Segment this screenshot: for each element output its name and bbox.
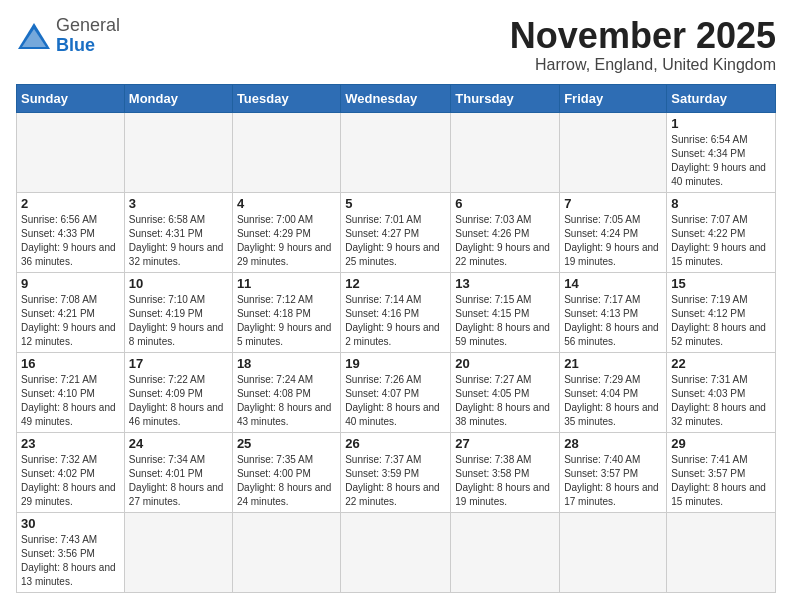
day-number: 23 bbox=[21, 436, 120, 451]
calendar-day-cell: 5Sunrise: 7:01 AM Sunset: 4:27 PM Daylig… bbox=[341, 192, 451, 272]
day-info: Sunrise: 7:32 AM Sunset: 4:02 PM Dayligh… bbox=[21, 453, 120, 509]
day-number: 24 bbox=[129, 436, 228, 451]
day-number: 20 bbox=[455, 356, 555, 371]
calendar-day-cell: 7Sunrise: 7:05 AM Sunset: 4:24 PM Daylig… bbox=[560, 192, 667, 272]
calendar-day-cell: 18Sunrise: 7:24 AM Sunset: 4:08 PM Dayli… bbox=[232, 352, 340, 432]
day-info: Sunrise: 7:43 AM Sunset: 3:56 PM Dayligh… bbox=[21, 533, 120, 589]
day-info: Sunrise: 7:35 AM Sunset: 4:00 PM Dayligh… bbox=[237, 453, 336, 509]
title-section: November 2025 Harrow, England, United Ki… bbox=[510, 16, 776, 74]
day-info: Sunrise: 7:01 AM Sunset: 4:27 PM Dayligh… bbox=[345, 213, 446, 269]
column-header-friday: Friday bbox=[560, 84, 667, 112]
day-info: Sunrise: 7:34 AM Sunset: 4:01 PM Dayligh… bbox=[129, 453, 228, 509]
calendar-day-cell: 26Sunrise: 7:37 AM Sunset: 3:59 PM Dayli… bbox=[341, 432, 451, 512]
calendar-day-cell: 4Sunrise: 7:00 AM Sunset: 4:29 PM Daylig… bbox=[232, 192, 340, 272]
day-number: 5 bbox=[345, 196, 446, 211]
day-number: 13 bbox=[455, 276, 555, 291]
day-number: 16 bbox=[21, 356, 120, 371]
calendar-day-cell: 28Sunrise: 7:40 AM Sunset: 3:57 PM Dayli… bbox=[560, 432, 667, 512]
calendar-day-cell: 24Sunrise: 7:34 AM Sunset: 4:01 PM Dayli… bbox=[124, 432, 232, 512]
calendar-week-row: 30Sunrise: 7:43 AM Sunset: 3:56 PM Dayli… bbox=[17, 512, 776, 592]
month-title: November 2025 bbox=[510, 16, 776, 56]
calendar-week-row: 1Sunrise: 6:54 AM Sunset: 4:34 PM Daylig… bbox=[17, 112, 776, 192]
calendar-day-cell bbox=[667, 512, 776, 592]
day-number: 22 bbox=[671, 356, 771, 371]
calendar-day-cell bbox=[17, 112, 125, 192]
day-info: Sunrise: 6:54 AM Sunset: 4:34 PM Dayligh… bbox=[671, 133, 771, 189]
day-number: 10 bbox=[129, 276, 228, 291]
calendar-day-cell: 1Sunrise: 6:54 AM Sunset: 4:34 PM Daylig… bbox=[667, 112, 776, 192]
day-info: Sunrise: 7:38 AM Sunset: 3:58 PM Dayligh… bbox=[455, 453, 555, 509]
day-number: 25 bbox=[237, 436, 336, 451]
day-number: 19 bbox=[345, 356, 446, 371]
logo-icon bbox=[16, 21, 52, 51]
day-info: Sunrise: 7:05 AM Sunset: 4:24 PM Dayligh… bbox=[564, 213, 662, 269]
calendar-day-cell bbox=[124, 512, 232, 592]
day-info: Sunrise: 7:21 AM Sunset: 4:10 PM Dayligh… bbox=[21, 373, 120, 429]
day-info: Sunrise: 7:15 AM Sunset: 4:15 PM Dayligh… bbox=[455, 293, 555, 349]
logo-general-text: General bbox=[56, 15, 120, 35]
day-info: Sunrise: 7:37 AM Sunset: 3:59 PM Dayligh… bbox=[345, 453, 446, 509]
day-info: Sunrise: 7:03 AM Sunset: 4:26 PM Dayligh… bbox=[455, 213, 555, 269]
calendar-day-cell bbox=[232, 112, 340, 192]
location-title: Harrow, England, United Kingdom bbox=[510, 56, 776, 74]
calendar-day-cell bbox=[341, 512, 451, 592]
calendar-day-cell: 21Sunrise: 7:29 AM Sunset: 4:04 PM Dayli… bbox=[560, 352, 667, 432]
day-number: 17 bbox=[129, 356, 228, 371]
day-number: 15 bbox=[671, 276, 771, 291]
calendar-day-cell bbox=[232, 512, 340, 592]
day-info: Sunrise: 7:40 AM Sunset: 3:57 PM Dayligh… bbox=[564, 453, 662, 509]
calendar-day-cell: 16Sunrise: 7:21 AM Sunset: 4:10 PM Dayli… bbox=[17, 352, 125, 432]
calendar-day-cell: 13Sunrise: 7:15 AM Sunset: 4:15 PM Dayli… bbox=[451, 272, 560, 352]
column-header-tuesday: Tuesday bbox=[232, 84, 340, 112]
calendar-day-cell: 29Sunrise: 7:41 AM Sunset: 3:57 PM Dayli… bbox=[667, 432, 776, 512]
calendar-week-row: 9Sunrise: 7:08 AM Sunset: 4:21 PM Daylig… bbox=[17, 272, 776, 352]
day-info: Sunrise: 7:14 AM Sunset: 4:16 PM Dayligh… bbox=[345, 293, 446, 349]
calendar-day-cell: 14Sunrise: 7:17 AM Sunset: 4:13 PM Dayli… bbox=[560, 272, 667, 352]
calendar-day-cell bbox=[451, 512, 560, 592]
calendar-day-cell: 3Sunrise: 6:58 AM Sunset: 4:31 PM Daylig… bbox=[124, 192, 232, 272]
day-number: 14 bbox=[564, 276, 662, 291]
day-number: 7 bbox=[564, 196, 662, 211]
day-number: 12 bbox=[345, 276, 446, 291]
day-number: 1 bbox=[671, 116, 771, 131]
day-info: Sunrise: 7:27 AM Sunset: 4:05 PM Dayligh… bbox=[455, 373, 555, 429]
day-info: Sunrise: 7:17 AM Sunset: 4:13 PM Dayligh… bbox=[564, 293, 662, 349]
day-info: Sunrise: 7:08 AM Sunset: 4:21 PM Dayligh… bbox=[21, 293, 120, 349]
day-number: 27 bbox=[455, 436, 555, 451]
day-info: Sunrise: 7:26 AM Sunset: 4:07 PM Dayligh… bbox=[345, 373, 446, 429]
calendar-day-cell: 27Sunrise: 7:38 AM Sunset: 3:58 PM Dayli… bbox=[451, 432, 560, 512]
day-number: 6 bbox=[455, 196, 555, 211]
column-header-wednesday: Wednesday bbox=[341, 84, 451, 112]
day-number: 4 bbox=[237, 196, 336, 211]
day-info: Sunrise: 7:07 AM Sunset: 4:22 PM Dayligh… bbox=[671, 213, 771, 269]
day-info: Sunrise: 7:19 AM Sunset: 4:12 PM Dayligh… bbox=[671, 293, 771, 349]
logo-blue-text: Blue bbox=[56, 35, 95, 55]
day-number: 26 bbox=[345, 436, 446, 451]
calendar-day-cell: 17Sunrise: 7:22 AM Sunset: 4:09 PM Dayli… bbox=[124, 352, 232, 432]
column-header-saturday: Saturday bbox=[667, 84, 776, 112]
calendar-day-cell: 25Sunrise: 7:35 AM Sunset: 4:00 PM Dayli… bbox=[232, 432, 340, 512]
day-info: Sunrise: 7:00 AM Sunset: 4:29 PM Dayligh… bbox=[237, 213, 336, 269]
day-number: 21 bbox=[564, 356, 662, 371]
day-info: Sunrise: 7:29 AM Sunset: 4:04 PM Dayligh… bbox=[564, 373, 662, 429]
day-number: 2 bbox=[21, 196, 120, 211]
calendar-day-cell bbox=[560, 112, 667, 192]
calendar-header-row: SundayMondayTuesdayWednesdayThursdayFrid… bbox=[17, 84, 776, 112]
calendar-day-cell: 22Sunrise: 7:31 AM Sunset: 4:03 PM Dayli… bbox=[667, 352, 776, 432]
calendar-day-cell: 30Sunrise: 7:43 AM Sunset: 3:56 PM Dayli… bbox=[17, 512, 125, 592]
calendar-day-cell bbox=[124, 112, 232, 192]
day-info: Sunrise: 7:31 AM Sunset: 4:03 PM Dayligh… bbox=[671, 373, 771, 429]
calendar-day-cell: 20Sunrise: 7:27 AM Sunset: 4:05 PM Dayli… bbox=[451, 352, 560, 432]
calendar-table: SundayMondayTuesdayWednesdayThursdayFrid… bbox=[16, 84, 776, 593]
calendar-day-cell: 19Sunrise: 7:26 AM Sunset: 4:07 PM Dayli… bbox=[341, 352, 451, 432]
calendar-week-row: 2Sunrise: 6:56 AM Sunset: 4:33 PM Daylig… bbox=[17, 192, 776, 272]
day-info: Sunrise: 7:41 AM Sunset: 3:57 PM Dayligh… bbox=[671, 453, 771, 509]
day-number: 11 bbox=[237, 276, 336, 291]
day-number: 3 bbox=[129, 196, 228, 211]
column-header-sunday: Sunday bbox=[17, 84, 125, 112]
calendar-day-cell: 8Sunrise: 7:07 AM Sunset: 4:22 PM Daylig… bbox=[667, 192, 776, 272]
day-info: Sunrise: 7:22 AM Sunset: 4:09 PM Dayligh… bbox=[129, 373, 228, 429]
calendar-day-cell: 12Sunrise: 7:14 AM Sunset: 4:16 PM Dayli… bbox=[341, 272, 451, 352]
column-header-monday: Monday bbox=[124, 84, 232, 112]
calendar-week-row: 16Sunrise: 7:21 AM Sunset: 4:10 PM Dayli… bbox=[17, 352, 776, 432]
